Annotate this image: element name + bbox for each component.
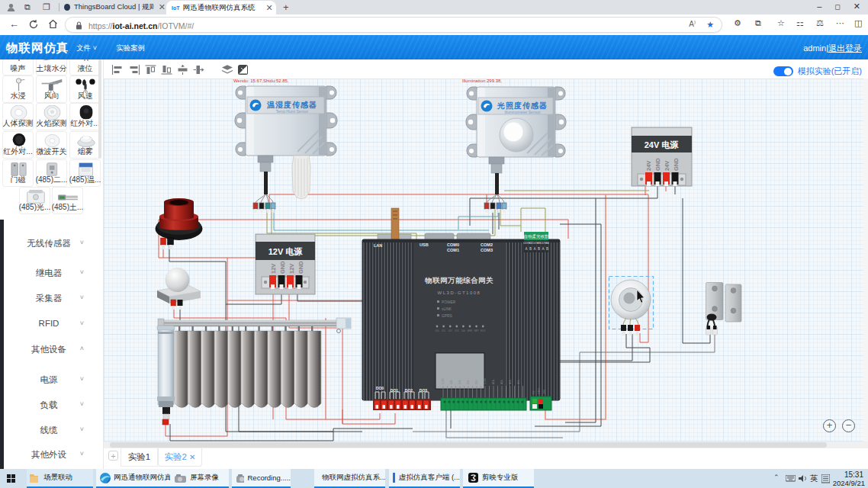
svg-text:WL3D-GT1008: WL3D-GT1008 — [438, 291, 481, 295]
svg-text:12V 电源: 12V 电源 — [268, 247, 304, 256]
svg-text:GND: GND — [673, 158, 680, 171]
svg-text:10V: 10V — [543, 389, 546, 394]
svg-text:ERR: ERR — [468, 329, 473, 332]
svg-text:COM0: COM0 — [447, 242, 459, 247]
svg-text:AI1+: AI1+ — [492, 379, 495, 384]
svg-text:DI2: DI2 — [448, 329, 452, 332]
svg-text:12V: 12V — [270, 264, 277, 274]
svg-text:A: A — [525, 247, 527, 251]
svg-text:COM1: COM1 — [447, 248, 459, 252]
svg-text:A: A — [542, 247, 544, 251]
svg-text:AI4+: AI4+ — [517, 379, 520, 384]
svg-text:DI3: DI3 — [455, 329, 458, 332]
svg-text:AI3+: AI3+ — [509, 379, 512, 384]
svg-text:LAN: LAN — [374, 243, 382, 248]
svg-text:COM3: COM3 — [481, 248, 493, 252]
svg-text:GND: GND — [538, 388, 541, 394]
svg-text:DI0: DI0 — [450, 380, 453, 384]
svg-text:AI2+: AI2+ — [500, 379, 503, 384]
svg-text:FE: FE — [532, 390, 535, 394]
svg-text:Temp Humi Sensor: Temp Humi Sensor — [276, 109, 309, 114]
svg-text:500: 500 — [461, 329, 466, 332]
svg-text:DI3: DI3 — [475, 380, 478, 384]
svg-text:DO0: DO0 — [376, 386, 384, 390]
svg-text:RDY: RDY — [481, 329, 487, 332]
svg-text:温湿度传感器: 温湿度传感器 — [266, 101, 317, 109]
svg-text:B: B — [546, 247, 548, 251]
svg-text:24V: 24V — [664, 161, 670, 171]
svg-text:COM: COM — [442, 378, 445, 384]
svg-text:GND: GND — [654, 158, 661, 171]
svg-text:DI1: DI1 — [442, 329, 445, 332]
svg-text:GPRS: GPRS — [442, 314, 452, 318]
svg-text:xLINK: xLINK — [442, 307, 452, 311]
svg-text:自动柔光收割: 自动柔光收割 — [524, 233, 550, 239]
svg-text:B: B — [529, 247, 532, 251]
svg-text:GND: GND — [279, 261, 286, 274]
svg-text:光照度传感器: 光照度传感器 — [497, 101, 548, 110]
svg-text:24V 电源: 24V 电源 — [645, 140, 680, 149]
svg-text:12V: 12V — [288, 264, 295, 274]
svg-text:Illuminometer Sensor: Illuminometer Sensor — [504, 110, 541, 114]
svg-text:DI2: DI2 — [467, 380, 470, 384]
svg-text:物联网万能综合网关: 物联网万能综合网关 — [424, 276, 493, 284]
svg-text:GND: GND — [297, 261, 304, 274]
svg-text:DI0: DI0 — [436, 329, 439, 332]
svg-text:B: B — [538, 247, 540, 251]
svg-text:USB: USB — [420, 242, 429, 247]
svg-text:DI1: DI1 — [458, 380, 461, 384]
svg-text:24V: 24V — [645, 161, 652, 171]
svg-text:NET: NET — [474, 329, 478, 332]
svg-text:POWER: POWER — [442, 300, 456, 304]
svg-text:COM: COM — [484, 378, 487, 384]
svg-text:COM2: COM2 — [481, 242, 493, 247]
svg-text:A: A — [533, 247, 535, 251]
